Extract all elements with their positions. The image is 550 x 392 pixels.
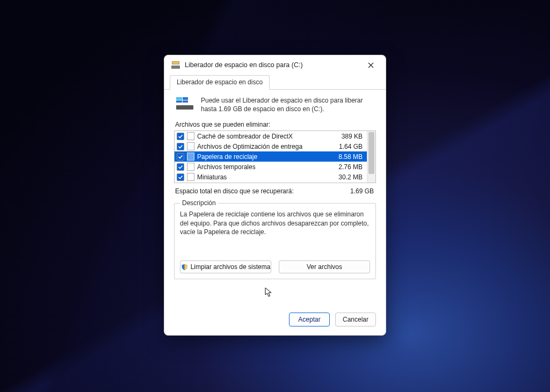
view-files-label: Ver archivos bbox=[307, 263, 342, 271]
list-item-label: Miniaturas bbox=[197, 173, 327, 181]
list-item[interactable]: Miniaturas30.2 MB bbox=[175, 172, 367, 182]
window-title: Liberador de espacio en disco para (C:) bbox=[185, 61, 359, 69]
list-item-size: 2.76 MB bbox=[329, 163, 364, 171]
shield-icon bbox=[181, 264, 188, 271]
checkbox[interactable] bbox=[177, 143, 184, 150]
scrollbar-thumb[interactable] bbox=[368, 132, 374, 174]
tab-disk-cleanup[interactable]: Liberador de espacio en disco bbox=[170, 75, 270, 90]
list-header: Archivos que se pueden eliminar: bbox=[175, 121, 375, 128]
scrollbar[interactable] bbox=[367, 131, 375, 183]
tab-strip: Liberador de espacio en disco bbox=[164, 75, 386, 90]
description-group: Descripción La Papelera de reciclaje con… bbox=[174, 199, 376, 279]
cancel-button[interactable]: Cancelar bbox=[335, 313, 376, 326]
file-icon bbox=[187, 163, 194, 171]
ok-button[interactable]: Aceptar bbox=[289, 313, 330, 326]
file-category-list[interactable]: Caché de sombreador de DirectX389 KBArch… bbox=[174, 130, 376, 183]
checkbox[interactable] bbox=[177, 133, 184, 140]
list-item-size: 389 KB bbox=[329, 133, 364, 140]
list-item-label: Archivos temporales bbox=[197, 163, 327, 171]
checkbox[interactable] bbox=[177, 153, 184, 161]
checkbox[interactable] bbox=[177, 163, 184, 171]
list-item-label: Caché de sombreador de DirectX bbox=[197, 133, 327, 140]
file-icon bbox=[187, 132, 194, 140]
list-item[interactable]: Papelera de reciclaje8.58 MB bbox=[175, 151, 367, 162]
list-item-label: Papelera de reciclaje bbox=[197, 153, 327, 161]
disk-cleanup-icon bbox=[171, 60, 180, 70]
file-icon bbox=[187, 153, 194, 161]
drive-icon bbox=[176, 96, 194, 110]
total-label: Espacio total en disco que se recuperará… bbox=[175, 187, 294, 195]
close-icon bbox=[368, 62, 374, 68]
list-item-size: 1.64 GB bbox=[329, 143, 364, 150]
total-value: 1.69 GB bbox=[350, 187, 374, 195]
list-item-label: Archivos de Optimización de entrega bbox=[197, 143, 327, 150]
list-item[interactable]: Caché de sombreador de DirectX389 KB bbox=[175, 131, 367, 141]
info-text: Puede usar el Liberador de espacio en di… bbox=[201, 96, 374, 113]
description-legend: Descripción bbox=[180, 199, 218, 207]
clean-system-files-button[interactable]: Limpiar archivos de sistema bbox=[180, 260, 271, 273]
view-files-button[interactable]: Ver archivos bbox=[279, 260, 370, 273]
checkbox[interactable] bbox=[177, 173, 184, 181]
close-button[interactable] bbox=[359, 57, 382, 73]
description-text: La Papelera de reciclaje contiene los ar… bbox=[180, 210, 370, 239]
file-icon bbox=[187, 173, 194, 181]
titlebar[interactable]: Liberador de espacio en disco para (C:) bbox=[164, 55, 386, 75]
list-item-size: 30.2 MB bbox=[329, 173, 364, 181]
list-item[interactable]: Archivos temporales2.76 MB bbox=[175, 162, 367, 172]
disk-cleanup-dialog: Liberador de espacio en disco para (C:) … bbox=[164, 55, 386, 336]
list-item[interactable]: Archivos de Optimización de entrega1.64 … bbox=[175, 141, 367, 151]
file-icon bbox=[187, 142, 194, 150]
list-item-size: 8.58 MB bbox=[329, 153, 364, 161]
clean-system-files-label: Limpiar archivos de sistema bbox=[191, 263, 271, 271]
dialog-content: Puede usar el Liberador de espacio en di… bbox=[164, 90, 386, 305]
